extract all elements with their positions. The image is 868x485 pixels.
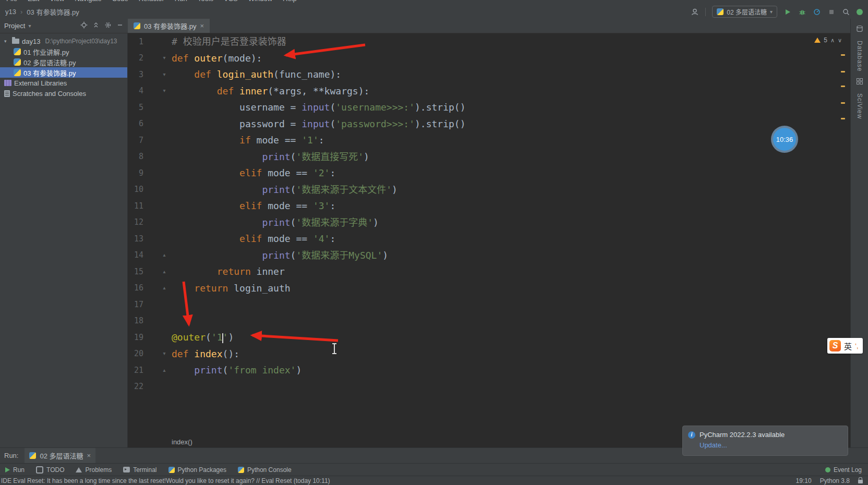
code-line-4[interactable]: def inner(*args, **kwargs): bbox=[172, 83, 466, 100]
code-line-3[interactable]: def login_auth(func_name): bbox=[172, 66, 466, 83]
menu-refactor[interactable]: Refactor bbox=[139, 0, 164, 3]
code-line-6[interactable]: password = input('password>>>:').strip() bbox=[172, 116, 466, 132]
prev-problem-icon[interactable]: ∧ bbox=[830, 37, 835, 44]
tree-item[interactable]: Scratches and Consoles bbox=[0, 88, 127, 99]
tree-item[interactable]: 01 作业讲解.py bbox=[0, 46, 127, 57]
interpreter-selector[interactable]: Python 3.8 bbox=[820, 477, 850, 484]
warning-stripe-mark[interactable] bbox=[841, 118, 845, 119]
code-line-11[interactable]: elif mode == '3': bbox=[172, 198, 466, 214]
fold-end-icon[interactable]: ▴ bbox=[160, 269, 168, 274]
close-tab-icon[interactable]: × bbox=[87, 452, 91, 459]
menu-help[interactable]: Help bbox=[283, 0, 297, 3]
editor-tab[interactable]: 03 有参装饰器.py × bbox=[128, 18, 210, 33]
debug-bug-icon[interactable] bbox=[798, 8, 806, 16]
run-tab[interactable]: 02 多层语法糖 × bbox=[25, 448, 95, 464]
menu-window[interactable]: Window bbox=[248, 0, 272, 3]
project-tool-title[interactable]: Project bbox=[4, 22, 25, 30]
update-indicator-icon[interactable] bbox=[857, 9, 863, 15]
tree-item[interactable]: 03 有参装饰器.py bbox=[0, 67, 127, 78]
toolwindow-button-run[interactable]: Run bbox=[5, 466, 25, 474]
tree-item[interactable]: 02 多层语法糖.py bbox=[0, 57, 127, 67]
breadcrumb-context[interactable]: index() bbox=[172, 438, 192, 446]
fold-open-icon[interactable]: ▾ bbox=[160, 72, 168, 77]
code-line-15[interactable]: return inner bbox=[172, 263, 466, 280]
grid-icon[interactable] bbox=[856, 78, 863, 87]
code-line-7[interactable]: if mode == '1': bbox=[172, 132, 466, 149]
code-line-8[interactable]: print('数据直接写死') bbox=[172, 149, 466, 165]
code-line-13[interactable]: elif mode == '4': bbox=[172, 231, 466, 247]
status-message[interactable]: IDE Eval Reset: It has been a long time … bbox=[1, 477, 330, 484]
warning-stripe-mark[interactable] bbox=[841, 54, 845, 56]
code-line-5[interactable]: username = input('username>>>:').strip() bbox=[172, 99, 466, 116]
code-line-21[interactable]: print('from index') bbox=[172, 362, 466, 379]
ime-toolbar[interactable]: S 英 ’, bbox=[827, 338, 863, 354]
warning-stripe-mark[interactable] bbox=[841, 102, 845, 104]
toolwindow-button-event-log[interactable]: Event Log bbox=[825, 466, 862, 474]
code-line-17[interactable] bbox=[172, 296, 466, 313]
editor[interactable]: 12▾3▾4▾567891011121314▴15▴16▴17181920▾21… bbox=[128, 33, 850, 447]
code-line-14[interactable]: print('数据来源于MySQL') bbox=[172, 247, 466, 264]
code-area[interactable]: # 校验用户是否登录装饰器def outer(mode): def login_… bbox=[172, 33, 466, 395]
code-line-18[interactable] bbox=[172, 313, 466, 330]
fold-open-icon[interactable]: ▾ bbox=[160, 55, 168, 60]
chevron-down-icon[interactable]: ▾ bbox=[4, 39, 9, 44]
toolwindow-button-problems[interactable]: Problems bbox=[76, 466, 112, 474]
database-icon[interactable] bbox=[856, 25, 863, 34]
hide-panel-icon[interactable] bbox=[116, 21, 124, 30]
toolwindow-button-python-packages[interactable]: Python Packages bbox=[168, 466, 226, 474]
menu-vcs[interactable]: VCS bbox=[224, 0, 238, 3]
next-problem-icon[interactable]: ∨ bbox=[838, 37, 842, 44]
close-tab-icon[interactable]: × bbox=[200, 22, 204, 30]
warning-stripe-mark[interactable] bbox=[841, 71, 845, 72]
code-line-1[interactable]: # 校验用户是否登录装饰器 bbox=[172, 33, 466, 50]
chevron-down-icon[interactable]: ▾ bbox=[28, 23, 31, 29]
ime-punctuation-mode[interactable]: ’, bbox=[855, 342, 859, 350]
tree-item[interactable]: ▾day13D:\pythonProject03\day13 bbox=[0, 36, 127, 46]
code-line-20[interactable]: def index(): bbox=[172, 346, 466, 362]
menu-file[interactable]: File bbox=[6, 0, 17, 3]
breadcrumb-project[interactable]: y13 bbox=[5, 8, 16, 16]
menu-run[interactable]: Run bbox=[175, 0, 187, 3]
search-icon[interactable] bbox=[842, 8, 850, 16]
code-line-12[interactable]: print('数据来源于字典') bbox=[172, 214, 466, 231]
menu-view[interactable]: View bbox=[50, 0, 64, 3]
profiler-icon[interactable] bbox=[813, 8, 821, 16]
code-line-22[interactable] bbox=[172, 379, 466, 395]
settings-gear-icon[interactable] bbox=[104, 21, 112, 30]
code-line-19[interactable]: @outer('1') bbox=[172, 329, 466, 346]
code-line-10[interactable]: print('数据来源于文本文件') bbox=[172, 181, 466, 198]
update-notification[interactable]: i PyCharm 2022.2.3 available Update... bbox=[682, 426, 848, 456]
run-config-selector[interactable]: 02 多层语法糖 ▾ bbox=[712, 6, 777, 18]
tree-item[interactable]: External Libraries bbox=[0, 78, 127, 88]
sogou-logo-icon[interactable]: S bbox=[829, 340, 841, 351]
menu-bar[interactable]: FileEditViewNavigateCodeRefactorRunTools… bbox=[0, 0, 868, 5]
ime-language-mode[interactable]: 英 bbox=[844, 341, 852, 351]
tool-strip-sciview[interactable]: SciView bbox=[856, 93, 863, 119]
locate-file-icon[interactable] bbox=[80, 21, 88, 30]
collapse-all-icon[interactable] bbox=[92, 21, 100, 30]
menu-edit[interactable]: Edit bbox=[28, 0, 39, 3]
toolwindow-button-terminal[interactable]: Terminal bbox=[123, 466, 156, 474]
toolwindow-button-todo[interactable]: TODO bbox=[36, 466, 64, 474]
update-link[interactable]: Update... bbox=[700, 441, 727, 449]
menu-navigate[interactable]: Navigate bbox=[75, 0, 101, 3]
lock-icon[interactable] bbox=[858, 480, 863, 483]
fold-end-icon[interactable]: ▴ bbox=[160, 285, 168, 290]
warning-stripe-mark[interactable] bbox=[841, 86, 845, 87]
error-stripe[interactable] bbox=[841, 33, 846, 447]
inspections-widget[interactable]: 5 ∧ ∨ bbox=[814, 37, 842, 44]
fold-end-icon[interactable]: ▴ bbox=[160, 252, 168, 258]
menu-code[interactable]: Code bbox=[112, 0, 128, 3]
fold-end-icon[interactable]: ▴ bbox=[160, 368, 168, 373]
menu-tools[interactable]: Tools bbox=[198, 0, 213, 3]
code-line-16[interactable]: return login_auth bbox=[172, 280, 466, 297]
user-icon[interactable] bbox=[691, 8, 699, 16]
run-button[interactable] bbox=[783, 8, 792, 16]
stop-button[interactable] bbox=[827, 8, 836, 16]
fold-open-icon[interactable]: ▾ bbox=[160, 351, 168, 356]
breadcrumb-file[interactable]: 03 有参装饰器.py bbox=[27, 7, 79, 17]
code-line-2[interactable]: def outer(mode): bbox=[172, 50, 466, 67]
tool-strip-database[interactable]: Database bbox=[856, 41, 863, 71]
toolwindow-button-python-console[interactable]: Python Console bbox=[238, 466, 292, 474]
code-line-9[interactable]: elif mode == '2': bbox=[172, 165, 466, 181]
